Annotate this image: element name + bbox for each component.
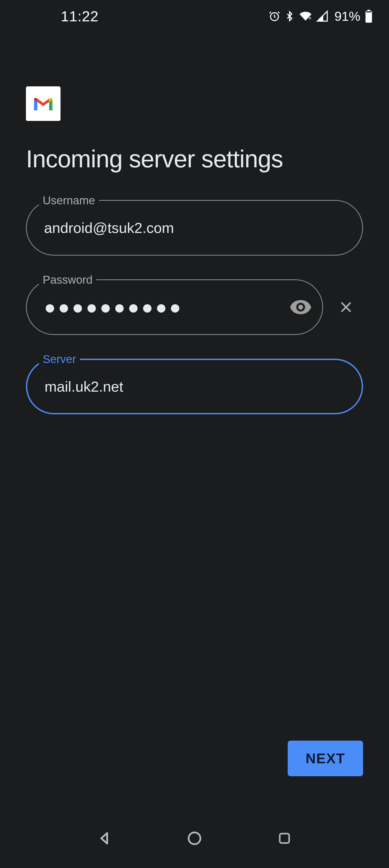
battery-percent: 91% (334, 9, 360, 24)
battery-icon (365, 10, 373, 23)
svg-point-5 (298, 305, 303, 310)
page-title: Incoming server settings (26, 145, 363, 173)
wifi-icon (299, 10, 312, 22)
bluetooth-icon (284, 10, 295, 22)
password-input[interactable] (26, 279, 323, 335)
status-icons: 91% (269, 9, 373, 24)
status-time: 11:22 (61, 8, 99, 25)
recents-icon[interactable] (274, 828, 295, 849)
svg-point-6 (189, 832, 200, 844)
username-label: Username (39, 194, 99, 207)
back-icon[interactable] (94, 828, 115, 849)
content-area: Incoming server settings Username Passwo… (26, 86, 363, 438)
server-input[interactable] (26, 359, 363, 414)
nav-bar (0, 814, 389, 868)
status-bar: 11:22 (0, 0, 389, 32)
svg-rect-4 (366, 11, 371, 12)
show-password-icon[interactable] (290, 300, 311, 315)
svg-rect-3 (367, 10, 370, 11)
password-label: Password (39, 273, 96, 286)
clear-password-icon[interactable] (337, 298, 356, 317)
alarm-icon (269, 10, 280, 22)
password-field-wrap: Password (26, 279, 323, 335)
next-button[interactable]: NEXT (288, 741, 363, 776)
svg-rect-2 (365, 11, 372, 23)
cell-signal-icon (316, 10, 329, 22)
svg-rect-7 (280, 834, 289, 843)
home-icon[interactable] (184, 828, 205, 849)
gmail-logo (26, 86, 60, 121)
username-field-wrap: Username (26, 200, 363, 256)
server-field-wrap: Server (26, 359, 363, 414)
footer: NEXT (288, 741, 363, 776)
username-input[interactable] (26, 200, 363, 256)
server-label: Server (39, 353, 80, 366)
